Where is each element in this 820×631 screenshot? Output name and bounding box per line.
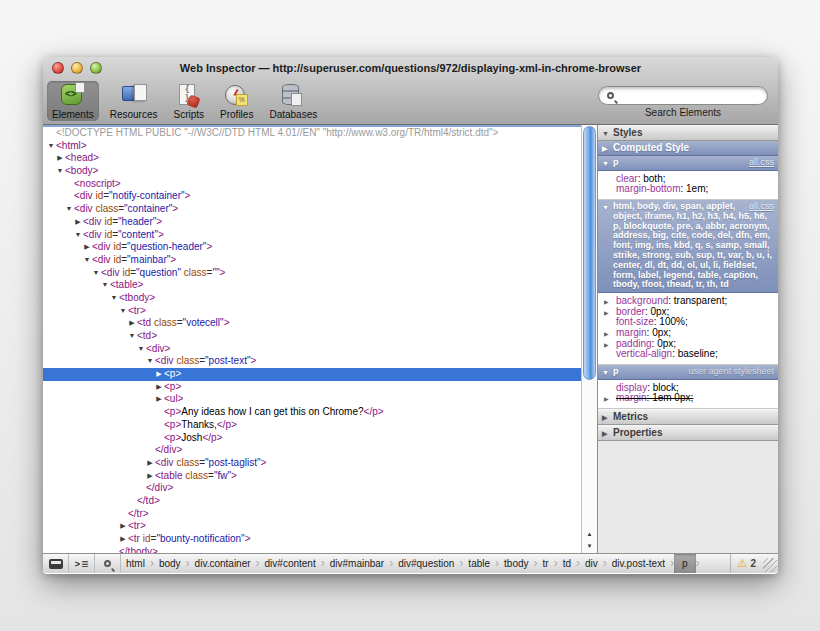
tree-row[interactable]: ▶<tr id="bounty-notification"> xyxy=(43,533,581,546)
tree-row[interactable]: ▶<head> xyxy=(43,152,581,165)
search-field[interactable] xyxy=(598,86,768,105)
css-property[interactable]: margin-bottom: 1em; xyxy=(598,184,776,195)
style-rule-header[interactable]: ▼all.csshtml, body, div, span, applet, o… xyxy=(598,200,778,293)
collapsed-arrow-icon: ▶ xyxy=(602,413,607,423)
tree-row[interactable]: <p>Thanks,</p> xyxy=(43,419,581,432)
tree-row[interactable]: ▼<div class="post-text"> xyxy=(43,355,581,368)
breadcrumb-item[interactable]: div#content xyxy=(260,554,321,573)
collapsed-arrow-icon: ▶ xyxy=(154,368,164,381)
css-property-name: vertical-align xyxy=(616,348,672,359)
node-search-button[interactable] xyxy=(95,554,121,573)
tree-row[interactable]: ▶<p> xyxy=(43,368,581,381)
collapsed-arrow-icon: ▶ xyxy=(604,394,609,405)
tree-row[interactable]: ▼<body> xyxy=(43,165,581,178)
tree-row[interactable]: <p>Josh</p> xyxy=(43,432,581,445)
tree-row[interactable]: <div id="notify-container"> xyxy=(43,190,581,203)
expanded-arrow-icon: ▼ xyxy=(127,330,137,343)
tree-row[interactable]: ▼<div class="container"> xyxy=(43,203,581,216)
breadcrumb-item[interactable]: div xyxy=(580,554,603,573)
scroll-down-arrow-icon[interactable]: ▼ xyxy=(582,540,597,552)
breadcrumb-item[interactable]: div.container xyxy=(190,554,256,573)
toolbar-button-label: Profiles xyxy=(220,109,253,120)
expanded-arrow-icon: ▼ xyxy=(82,254,92,267)
toolbar-button-profiles[interactable]: Profiles xyxy=(215,81,258,121)
tree-row[interactable]: ▶<div id="header"> xyxy=(43,216,581,229)
web-inspector-window: Web Inspector — http://superuser.com/que… xyxy=(43,57,778,574)
tree-row[interactable]: </tbody> xyxy=(43,546,581,553)
tree-scrollbar[interactable]: ▲ ▼ xyxy=(581,125,597,553)
tree-row[interactable]: ▼<table> xyxy=(43,279,581,292)
scrollbar-thumb[interactable] xyxy=(583,126,596,380)
close-button[interactable] xyxy=(52,62,64,74)
css-property[interactable]: vertical-align: baseline; xyxy=(598,349,776,360)
toolbar-button-label: Resources xyxy=(110,109,158,120)
expanded-arrow-icon: ▼ xyxy=(602,159,609,169)
show-console-button[interactable] xyxy=(69,554,95,573)
section-header-styles[interactable]: ▼Styles xyxy=(598,125,778,141)
title-bar[interactable]: Web Inspector — http://superuser.com/que… xyxy=(43,57,778,79)
tree-row[interactable]: ▶<div id="question-header"> xyxy=(43,241,581,254)
collapsed-arrow-icon: ▶ xyxy=(145,470,155,483)
tree-row[interactable]: </tr> xyxy=(43,508,581,521)
section-header-metrics[interactable]: ▶Metrics xyxy=(598,409,778,425)
tree-row[interactable]: ▶<table class="fw"> xyxy=(43,470,581,483)
error-warning-badge[interactable]: ⚠ 2 xyxy=(730,554,763,573)
breadcrumb-item[interactable]: table xyxy=(463,554,495,573)
tree-row[interactable]: ▼<tr> xyxy=(43,305,581,318)
minimize-button[interactable] xyxy=(71,62,83,74)
stylesheet-link[interactable]: user agent stylesheet xyxy=(688,367,774,377)
section-header-properties[interactable]: ▶Properties xyxy=(598,425,778,441)
breadcrumb-item[interactable]: td xyxy=(558,554,576,573)
tree-row[interactable]: <!DOCTYPE HTML PUBLIC "-//W3C//DTD HTML … xyxy=(43,127,581,140)
breadcrumb-item[interactable]: div#mainbar xyxy=(325,554,389,573)
section-header-computed-style[interactable]: ▶Computed Style xyxy=(598,141,778,156)
toolbar-button-label: Scripts xyxy=(174,109,205,120)
tree-row[interactable]: ▼<html> xyxy=(43,140,581,153)
resize-grip[interactable] xyxy=(763,558,777,572)
breadcrumb-item[interactable]: tbody xyxy=(499,554,533,573)
css-property-value: both xyxy=(643,173,662,184)
warning-count: 2 xyxy=(750,558,756,569)
css-property[interactable]: ▶margin: 1em 0px; xyxy=(598,393,776,404)
collapsed-arrow-icon: ▶ xyxy=(73,216,83,229)
tree-row[interactable]: <noscript> xyxy=(43,178,581,191)
tree-row[interactable]: ▼<tbody> xyxy=(43,292,581,305)
content-area: <!DOCTYPE HTML PUBLIC "-//W3C//DTD HTML … xyxy=(43,125,778,553)
style-rule-header[interactable]: ▼all.cssp xyxy=(598,156,778,171)
toolbar-button-resources[interactable]: Resources xyxy=(105,81,163,121)
toolbar-button-elements[interactable]: Elements xyxy=(47,81,99,121)
tree-row[interactable]: ▼<div id="question" class=""> xyxy=(43,267,581,280)
search-input[interactable] xyxy=(618,89,759,102)
scroll-up-arrow-icon[interactable]: ▲ xyxy=(582,528,597,540)
css-property-name: margin xyxy=(616,327,647,338)
toolbar-button-databases[interactable]: Databases xyxy=(264,81,322,121)
collapsed-arrow-icon: ▶ xyxy=(118,520,128,533)
tree-row[interactable]: ▼<td> xyxy=(43,330,581,343)
zoom-button[interactable] xyxy=(90,62,102,74)
toolbar-button-scripts[interactable]: Scripts xyxy=(169,81,210,121)
breadcrumb-item[interactable]: p xyxy=(674,554,696,573)
tree-row[interactable]: ▼<div> xyxy=(43,343,581,356)
style-rule-header[interactable]: ▼user agent stylesheetp xyxy=(598,365,778,380)
tree-row[interactable]: ▶<p> xyxy=(43,381,581,394)
breadcrumb-item[interactable]: div#question xyxy=(393,554,459,573)
css-property-name: padding xyxy=(616,338,652,349)
tree-row[interactable]: ▶<ul> xyxy=(43,393,581,406)
tree-row[interactable]: ▼<div id="mainbar"> xyxy=(43,254,581,267)
dock-to-bottom-button[interactable] xyxy=(43,554,69,573)
tree-row[interactable]: ▶<div class="post-taglist"> xyxy=(43,457,581,470)
tree-row[interactable]: </div> xyxy=(43,482,581,495)
tree-row[interactable]: ▼<div id="content"> xyxy=(43,229,581,242)
breadcrumb-item[interactable]: tr xyxy=(538,554,554,573)
tree-row[interactable]: ▶<tr> xyxy=(43,520,581,533)
tree-row[interactable]: ▶<td class="votecell"> xyxy=(43,317,581,330)
tree-row[interactable]: </td> xyxy=(43,495,581,508)
tree-row[interactable]: <p>Any ideas how I can get this on Chrom… xyxy=(43,406,581,419)
stylesheet-link[interactable]: all.css xyxy=(749,158,774,168)
breadcrumb-item[interactable]: html xyxy=(121,554,150,573)
breadcrumb-item[interactable]: body xyxy=(154,554,186,573)
rule-selector: html, body, div, span, applet, object, i… xyxy=(613,201,772,289)
breadcrumb-item[interactable]: div.post-text xyxy=(607,554,670,573)
elements-icon xyxy=(60,82,86,108)
tree-row[interactable]: </div> xyxy=(43,444,581,457)
